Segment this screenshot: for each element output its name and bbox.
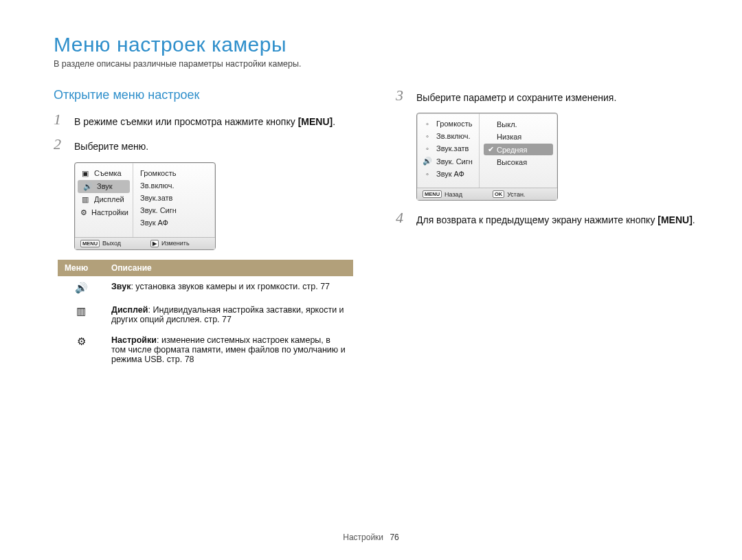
lcd-foot-label: Изменить <box>161 240 190 247</box>
lcd-menu-item: ◦Звук АФ <box>417 168 479 180</box>
step-text: Выберите параметр и сохраните изменения. <box>416 88 616 104</box>
table-cell-desc: Звук: установка звуков камеры и их громк… <box>104 276 353 300</box>
step-text: Для возврата к предыдущему экрану нажмит… <box>416 214 655 225</box>
bullet-icon: ◦ <box>423 120 432 128</box>
step-number: 3 <box>396 88 411 104</box>
left-column: Открытие меню настроек 1 В режиме съемки… <box>54 88 355 370</box>
page-title: Меню настроек камеры <box>54 33 697 56</box>
step-number: 1 <box>54 112 69 128</box>
camera-screen-option: ◦Громкость◦Зв.включ.◦Звук.затв🔊Звук. Сиг… <box>416 113 558 201</box>
step-number: 4 <box>396 210 411 227</box>
bullet-icon: ◦ <box>423 132 432 140</box>
lcd-option-label: Выкл. <box>497 120 517 128</box>
lcd-submenu-item: Звук. Сигн <box>133 204 215 216</box>
step-2: 2 Выберите меню. <box>54 137 355 153</box>
menu-button-label: [MENU] <box>657 214 693 225</box>
lcd-submenu-item: Звук.затв <box>133 192 215 204</box>
lcd-menu-item: ◦Зв.включ. <box>417 130 479 142</box>
lcd-foot-label: Назад <box>445 191 462 198</box>
sound-icon: 🔊 <box>423 157 432 166</box>
camera-icon: ▣ <box>80 169 90 178</box>
display-icon: ▥ <box>58 300 104 330</box>
lcd-menu-item: ▣Съемка <box>75 167 133 180</box>
step-text: В режиме съемки или просмотра нажмите кн… <box>74 116 295 127</box>
gear-icon: ⚙ <box>58 330 104 370</box>
footer-section: Настройки <box>343 533 383 542</box>
lcd-foot-label: Выход <box>102 240 121 247</box>
page-number: 76 <box>390 533 398 542</box>
manual-page: Меню настроек камеры В разделе описаны р… <box>0 0 742 560</box>
table-row: 🔊Звук: установка звуков камеры и их гром… <box>58 276 353 300</box>
menu-key: MENU <box>423 190 442 198</box>
lcd-menu-item: ◦Громкость <box>417 117 479 130</box>
display-icon: ▥ <box>80 195 90 204</box>
table-row: ▥Дисплей: Индивидуальная настройка заста… <box>58 300 353 330</box>
menu-button-label: [MENU] <box>298 116 333 127</box>
camera-screen-menu: ▣Съемка🔊Звук▥Дисплей⚙Настройки Громкость… <box>74 162 216 250</box>
menu-description-table: Меню Описание 🔊Звук: установка звуков ка… <box>58 260 353 370</box>
page-intro: В разделе описаны различные параметры на… <box>54 59 697 69</box>
lcd-item-label: Звук.затв <box>436 144 469 153</box>
right-column: 3 Выберите параметр и сохраните изменени… <box>396 88 697 370</box>
lcd-item-label: Громкость <box>436 120 472 128</box>
play-key: ▶ <box>150 240 159 247</box>
sound-icon: 🔊 <box>83 182 93 191</box>
check-icon: ✔ <box>488 145 494 154</box>
lcd-item-label: Звук АФ <box>436 170 464 178</box>
lcd-submenu-item: Громкость <box>133 167 215 179</box>
lcd-item-label: Звук <box>97 182 113 190</box>
table-cell-desc: Дисплей: Индивидуальная настройка застав… <box>104 300 353 330</box>
table-header-menu: Меню <box>58 260 104 276</box>
page-footer: Настройки 76 <box>0 533 742 542</box>
ok-key: OK <box>493 190 504 198</box>
lcd-option: Выкл. <box>484 119 553 130</box>
section-heading: Открытие меню настроек <box>54 88 355 102</box>
lcd-item-label: Дисплей <box>94 195 124 203</box>
step-3: 3 Выберите параметр и сохраните изменени… <box>396 88 697 104</box>
lcd-menu-item: ⚙Настройки <box>75 206 133 219</box>
lcd-item-label: Звук. Сигн <box>436 157 473 166</box>
lcd-item-label: Зв.включ. <box>436 132 471 140</box>
lcd-option-label: Низкая <box>497 133 521 141</box>
lcd-menu-item: ◦Звук.затв <box>417 142 479 155</box>
lcd-item-label: Съемка <box>94 169 122 177</box>
step-4: 4 Для возврата к предыдущему экрану нажм… <box>396 210 697 227</box>
lcd-menu-item: 🔊Звук. Сигн <box>417 155 479 168</box>
table-header-desc: Описание <box>104 260 353 276</box>
lcd-option: Низкая <box>484 131 553 142</box>
lcd-foot-label: Устан. <box>507 191 525 198</box>
lcd-option-label: Средняя <box>497 146 527 154</box>
sound-icon: 🔊 <box>58 276 104 300</box>
bullet-icon: ◦ <box>423 144 432 153</box>
step-1: 1 В режиме съемки или просмотра нажмите … <box>54 112 355 128</box>
lcd-menu-item: 🔊Звук <box>78 180 130 193</box>
lcd-item-label: Настройки <box>91 208 128 216</box>
step-number: 2 <box>54 137 69 153</box>
lcd-submenu-item: Звук АФ <box>133 216 215 229</box>
gear-icon: ⚙ <box>80 208 87 217</box>
lcd-menu-item: ▥Дисплей <box>75 193 133 206</box>
lcd-option-label: Высокая <box>497 158 527 166</box>
lcd-submenu-item: Зв.включ. <box>133 179 215 192</box>
lcd-option: ✔Средняя <box>484 144 553 155</box>
lcd-option: Высокая <box>484 157 553 168</box>
menu-key: MENU <box>80 240 100 247</box>
table-cell-desc: Настройки: изменение системных настроек … <box>104 330 353 370</box>
table-row: ⚙Настройки: изменение системных настроек… <box>58 330 353 370</box>
bullet-icon: ◦ <box>423 170 432 178</box>
step-text: Выберите меню. <box>74 137 148 153</box>
